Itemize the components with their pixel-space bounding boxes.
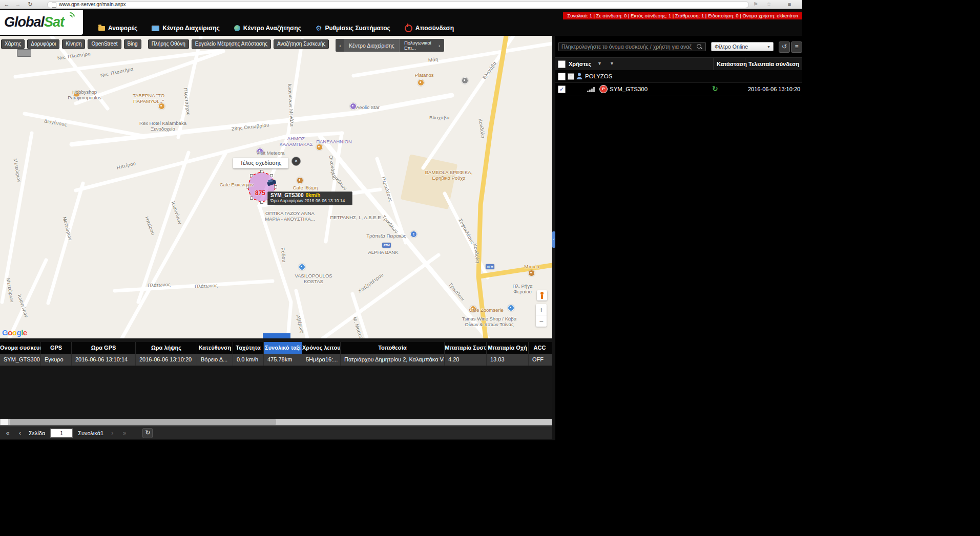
- col-receive-time[interactable]: Ωρα λήψης: [136, 342, 197, 354]
- map-tab-strip: ‹ Κέντρο Διαχείρισης Πολυγωνικοί Επι... …: [336, 39, 444, 52]
- data-table-header: Ονομα συσκευής GPS Ωρα GPS Ωρα λήψης Κατ…: [0, 342, 552, 354]
- tabs-next-icon[interactable]: ›: [436, 42, 443, 49]
- url-text[interactable]: www.gps-server.gr/main.aspx: [59, 2, 126, 8]
- poi-label: Τράπεζα Πειραιώς: [366, 233, 406, 239]
- poi-label: BAMBOLA ΒΡΕΦΙΚΑ, Εφηβικά Ρούχα: [425, 170, 473, 181]
- map-type-bing-button[interactable]: Bing: [124, 39, 141, 49]
- col-system-battery[interactable]: Μπαταρία Συστ: [445, 342, 487, 354]
- shop-icon: [299, 264, 305, 270]
- cell-speed: 0.0 km/h: [233, 354, 264, 366]
- google-logo[interactable]: Google: [2, 328, 27, 337]
- cell-vehicle-battery: 13.03: [487, 354, 529, 366]
- map-type-dropdown-stub[interactable]: [17, 49, 31, 57]
- nav-management-center[interactable]: Κέντρο Διαχείρισης: [152, 25, 220, 32]
- shop-icon: [508, 305, 514, 311]
- group-row[interactable]: − POLYZOS: [555, 70, 802, 83]
- bookmark-star-icon[interactable]: ☆: [764, 0, 774, 9]
- chevron-down-icon: ▼: [767, 42, 770, 51]
- cell-gps-time: 2016-06-06 13:10:14: [72, 354, 136, 366]
- map-type-satellite-button[interactable]: Δορυφόροι: [27, 39, 59, 49]
- bank-icon: €: [410, 231, 417, 238]
- col-gps-time[interactable]: Ωρα GPS: [72, 342, 136, 354]
- first-page-icon[interactable]: «: [4, 430, 11, 437]
- horizontal-scrollbar[interactable]: [9, 419, 552, 425]
- zoom-in-button[interactable]: +: [536, 304, 547, 315]
- map-type-openstreet-button[interactable]: OpenStreet: [88, 39, 121, 49]
- poi-label: Visit Meteora: [256, 151, 284, 156]
- select-all-checkbox[interactable]: [558, 60, 566, 68]
- tab-polygons[interactable]: Πολυγωνικοί Επι...: [399, 39, 436, 52]
- distance-tool-button[interactable]: Εργαλείο Μέτρησης Απόστασης: [192, 39, 271, 49]
- col-operation-time[interactable]: Χρόνος λειτου: [302, 342, 341, 354]
- col-acc[interactable]: ACC: [529, 342, 551, 354]
- device-search-input[interactable]: [558, 42, 706, 51]
- forward-icon[interactable]: →: [13, 0, 23, 9]
- poi-label: Πλ. Ρήγα Φεραίου: [513, 284, 533, 294]
- google-letter: e: [23, 328, 27, 337]
- power-icon: [405, 25, 412, 32]
- device-row[interactable]: ✓ P SYM_GTS300 ↻ 2016-06-06 13:10:20: [555, 82, 802, 96]
- tabs-prev-icon[interactable]: ‹: [337, 42, 344, 49]
- next-page-icon[interactable]: ›: [109, 430, 116, 437]
- nav-search-center[interactable]: Κέντρο Αναζήτησης: [234, 25, 301, 32]
- close-icon[interactable]: ×: [291, 157, 301, 166]
- col-vehicle-battery[interactable]: Μπαταρία Οχή: [487, 342, 529, 354]
- nav-system-settings[interactable]: ⚙ Ρυθμίσεις Συστήματος: [316, 25, 390, 32]
- last-page-icon[interactable]: »: [121, 430, 128, 437]
- col-speed[interactable]: Ταχύτητα: [233, 342, 264, 354]
- tooltip-speed: 0km/h: [305, 192, 320, 198]
- logo-text: GlobalSat: [4, 14, 64, 30]
- cell-total-trip: 475.78km: [264, 354, 302, 366]
- nav-logout[interactable]: Αποσύνδεση: [405, 25, 454, 32]
- search-icon[interactable]: [697, 44, 701, 49]
- cafe-icon: [528, 270, 535, 276]
- map-canvas[interactable]: Νικ. Πλαστήρα Νικ. Πλαστήρα Πλούταρχου Ι…: [0, 36, 552, 338]
- prev-page-icon[interactable]: ‹: [16, 430, 24, 437]
- tab-polygons-line1: Πολυγωνικοί: [404, 40, 431, 46]
- cell-acc: OFF: [529, 354, 551, 366]
- back-icon[interactable]: ←: [2, 0, 11, 9]
- online-filter-select[interactable]: Φίλτρο Online ▼: [711, 42, 774, 51]
- tab-management-center[interactable]: Κέντρο Διαχείρισης: [344, 39, 399, 52]
- browser-menu-icon[interactable]: ≡: [785, 0, 794, 9]
- logo-global: Global: [4, 14, 44, 30]
- page-number-input[interactable]: [50, 428, 73, 438]
- tree-collapse-icon[interactable]: −: [568, 73, 574, 80]
- globalsat-logo[interactable]: GlobalSat: [0, 10, 83, 35]
- status-column-header[interactable]: Κατάσταση: [713, 58, 747, 71]
- nav-label: Κέντρο Διαχείρισης: [162, 25, 220, 32]
- pagination-bar: « ‹ Σελίδα Συνολικά1 › » ↻: [0, 426, 552, 439]
- sort-desc-icon[interactable]: ▼: [597, 61, 602, 66]
- tab-polygons-line2: Επι...: [404, 46, 416, 51]
- group-checkbox[interactable]: [558, 73, 566, 80]
- map-type-map-button[interactable]: Χάρτης: [1, 39, 25, 49]
- map-traffic-button[interactable]: Κίνηση: [62, 39, 85, 49]
- device-checkbox[interactable]: ✓: [558, 85, 566, 93]
- last-connection-column-header[interactable]: Τελευταία σύνδεση: [745, 58, 799, 71]
- sort-desc-icon[interactable]: ▼: [610, 61, 614, 66]
- sidebar-refresh-button[interactable]: ↺: [779, 41, 790, 53]
- pegman-icon[interactable]: [537, 290, 547, 301]
- fullscreen-button[interactable]: Πλήρης Οθόνη: [148, 39, 189, 49]
- refresh-table-icon[interactable]: ↻: [142, 428, 153, 438]
- sidebar-list-button[interactable]: ≡: [791, 41, 802, 53]
- data-table-row[interactable]: SYM_GTS300 Εγκυρο 2016-06-06 13:10:14 20…: [0, 354, 552, 366]
- zoom-out-button[interactable]: −: [536, 315, 547, 327]
- col-location[interactable]: Τοποθεσία: [341, 342, 445, 354]
- device-search-button[interactable]: Αναζήτηση Συσκευής: [274, 39, 329, 49]
- col-gps[interactable]: GPS: [41, 342, 72, 354]
- users-column-header[interactable]: Χρήστες: [569, 58, 591, 71]
- poi-label: ALPHA BANK: [368, 250, 398, 255]
- nav-label: Ρυθμίσεις Συστήματος: [325, 25, 390, 32]
- url-bar[interactable]: www.gps-server.gr/main.aspx: [47, 1, 749, 8]
- transit-station-icon: [462, 77, 468, 84]
- main-nav: Αναφορές Κέντρο Διαχείρισης Κέντρο Αναζή…: [98, 23, 454, 34]
- col-direction[interactable]: Κατεύθυνση: [197, 342, 233, 354]
- col-total-trip[interactable]: Συνολικό ταξί: [264, 342, 302, 354]
- flag-icon[interactable]: ⚑: [751, 0, 760, 9]
- gear-icon: ⚙: [316, 25, 322, 32]
- col-device-name[interactable]: Ονομα συσκευής: [0, 342, 41, 354]
- scrollbar-thumb[interactable]: [10, 419, 276, 425]
- refresh-icon[interactable]: ↻: [26, 0, 35, 9]
- nav-reports[interactable]: Αναφορές: [98, 25, 137, 32]
